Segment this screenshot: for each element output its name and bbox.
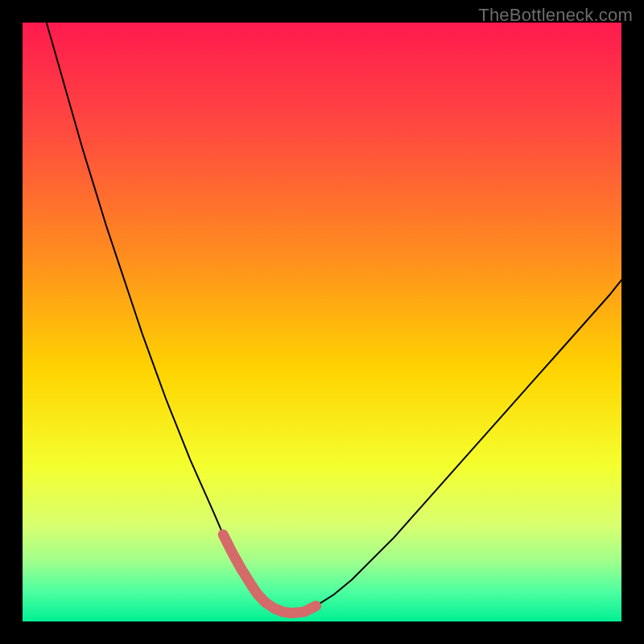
chart-plot-area <box>23 23 621 621</box>
chart-frame: TheBottleneck.com <box>0 0 644 644</box>
chart-background <box>23 23 621 621</box>
chart-canvas <box>23 23 621 621</box>
watermark-text: TheBottleneck.com <box>478 5 633 26</box>
